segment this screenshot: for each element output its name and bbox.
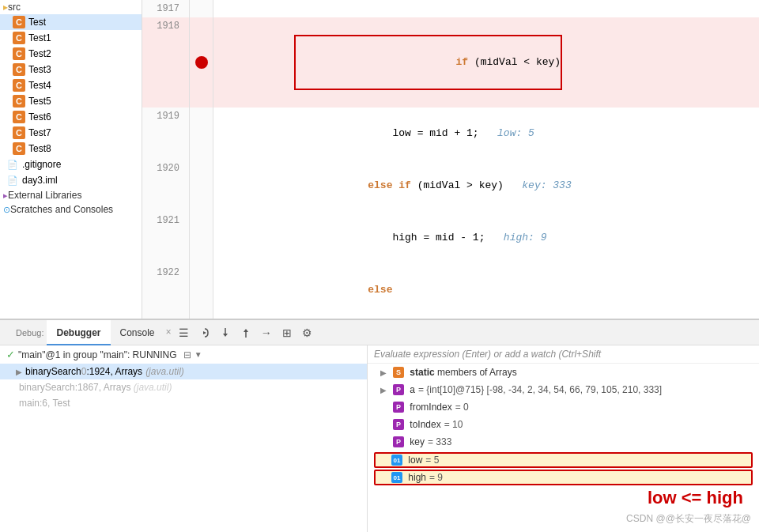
sidebar-item-test6[interactable]: C Test6 [0, 109, 142, 125]
frame-item-0[interactable]: ▶ binarySearch0:1924, Arrays (java.util) [0, 364, 367, 379]
var-item-static[interactable]: ▶ S static members of Arrays [368, 364, 759, 381]
var-item-key[interactable]: ▶ P key = 333 [368, 433, 759, 451]
sidebar-item-test8[interactable]: C Test8 [0, 141, 142, 157]
debug-toolbar: ☰ → ⊞ ⚙ [175, 323, 317, 342]
settings-button[interactable]: ⚙ [298, 323, 317, 342]
sidebar-label-scratches: Scratches and Consoles [10, 204, 113, 215]
var-icon-01-low: 01 [391, 455, 402, 466]
debug-tabs-bar: Debug: Debugger Console × ☰ → ⊞ ⚙ [0, 320, 759, 345]
sidebar-label-test8: Test8 [28, 143, 51, 154]
csdn-watermark: CSDN @@长安一夜尽落花@ [626, 512, 751, 526]
eval-placeholder: Evaluate expression (Enter) or add a wat… [374, 349, 601, 360]
sidebar-label-test4: Test4 [28, 80, 51, 91]
sidebar-label-test5: Test5 [28, 96, 51, 107]
run-cursor-button[interactable]: → [257, 323, 276, 342]
code-line-1919: 1919 low = mid + 1; low: 5 [142, 108, 759, 160]
tab-debugger[interactable]: Debugger [47, 320, 110, 345]
sidebar-label-test6: Test6 [28, 111, 51, 123]
breakpoint-icon-1918[interactable] [195, 56, 208, 69]
frame-arrow-0: ▶ [16, 368, 22, 376]
restore-button[interactable]: ☰ [175, 323, 194, 342]
filter-icon[interactable]: ⊟ [183, 349, 191, 360]
sidebar-label-test2: Test2 [28, 48, 51, 59]
sidebar-item-iml[interactable]: 📄 day3.iml [0, 172, 142, 188]
class-icon-test5: C [13, 95, 25, 108]
var-icon-01-high: 01 [391, 472, 402, 483]
sidebar-label-gitignore: .gitignore [22, 159, 61, 170]
debug-content: ✓ "main"@1 in group "main": RUNNING ⊟ ▼ … [0, 345, 759, 532]
sidebar-item-src[interactable]: ▸ src [0, 0, 142, 14]
var-item-fromindex[interactable]: ▶ P fromIndex = 0 [368, 398, 759, 416]
code-area: 1917 1918 if (midVal < key) [142, 0, 759, 319]
eval-bar[interactable]: Evaluate expression (Enter) or add a wat… [368, 345, 759, 364]
code-line-1922: 1922 else [142, 264, 759, 316]
frame-label-2: main:6, Test [19, 398, 70, 409]
code-line-1918: 1918 if (midVal < key) [142, 17, 759, 108]
svg-marker-0 [203, 331, 206, 334]
sidebar-label-ext: External Libraries [8, 190, 81, 201]
sidebar-item-test1[interactable]: C Test1 [0, 30, 142, 46]
class-icon-test2: C [13, 47, 25, 60]
expand-icon-a[interactable]: ▶ [380, 386, 390, 394]
var-item-a[interactable]: ▶ P a = {int[10]@715} [-98, -34, 2, 34, … [368, 381, 759, 398]
sidebar-item-ext-libraries[interactable]: ▸ External Libraries [0, 188, 142, 202]
step-out-button[interactable] [236, 323, 255, 342]
var-icon-p-toindex: P [393, 419, 404, 430]
step-into-button[interactable] [216, 323, 235, 342]
class-icon-test1: C [13, 32, 25, 44]
sidebar-item-test[interactable]: C Test [0, 14, 142, 30]
expand-icon-static[interactable]: ▶ [380, 368, 390, 377]
sidebar-label-test1: Test1 [28, 32, 51, 43]
frame-item-2[interactable]: main:6, Test [0, 395, 367, 411]
class-icon-test: C [13, 16, 25, 28]
step-over-button[interactable] [195, 323, 214, 342]
sidebar-item-test4[interactable]: C Test4 [0, 77, 142, 93]
sidebar-label-iml: day3.iml [22, 175, 58, 186]
frame-label-0: binarySearch0:1924, Arrays [25, 366, 142, 377]
var-item-high-highlighted[interactable]: ▶ 01 high = 9 [374, 470, 753, 485]
sidebar-item-test3[interactable]: C Test3 [0, 62, 142, 77]
thread-item: ✓ "main"@1 in group "main": RUNNING ⊟ ▼ [0, 345, 367, 364]
var-name-low: low [406, 455, 422, 466]
var-icon-p-fromindex: P [393, 402, 404, 413]
sidebar-label-test3: Test3 [28, 64, 51, 75]
code-line-1920: 1920 else if (midVal > key) key: 333 [142, 160, 759, 212]
var-name-fromindex: fromIndex [407, 402, 452, 413]
dropdown-icon[interactable]: ▼ [194, 350, 202, 359]
class-icon-test7: C [13, 126, 25, 139]
var-icon-p-a: P [393, 384, 404, 395]
frame-item-1[interactable]: binarySearch:1867, Arrays (java.util) [0, 379, 367, 395]
var-name-high: high [406, 472, 426, 483]
code-lines: 1917 1918 if (midVal < key) [142, 0, 759, 319]
file-tree: ▸ src C Test C Test1 C Test2 C Test3 C T… [0, 0, 142, 319]
class-icon-test6: C [13, 111, 25, 123]
var-icon-s: S [393, 367, 404, 378]
sidebar-label-test7: Test7 [28, 127, 51, 138]
sidebar-item-gitignore[interactable]: 📄 .gitignore [0, 157, 142, 172]
code-line-1923: 1923 return mid; // key found [142, 316, 759, 319]
var-item-toindex[interactable]: ▶ P toIndex = 10 [368, 416, 759, 433]
var-icon-p-key: P [393, 436, 404, 447]
code-editor: 1917 1918 if (midVal < key) [142, 0, 759, 319]
code-line-1921: 1921 high = mid - 1; high: 9 [142, 212, 759, 264]
thread-check-icon: ✓ [6, 349, 15, 360]
class-icon-test4: C [13, 79, 25, 92]
class-icon-test8: C [13, 142, 25, 155]
stack-frames-panel: ✓ "main"@1 in group "main": RUNNING ⊟ ▼ … [0, 345, 368, 532]
file-icon-gitignore: 📄 [6, 158, 19, 171]
sidebar-item-test5[interactable]: C Test5 [0, 93, 142, 109]
sidebar-item-test2[interactable]: C Test2 [0, 46, 142, 62]
var-name-a: a [407, 384, 415, 395]
frames-button[interactable]: ⊞ [278, 323, 296, 342]
tab-console[interactable]: Console [111, 320, 164, 345]
var-item-low-highlighted[interactable]: ▶ 01 low = 5 [374, 452, 753, 468]
tab-debug-label: Debug: [6, 320, 47, 345]
svg-marker-2 [223, 334, 228, 337]
sidebar-label-src: src [8, 2, 21, 13]
folder-icon-scratches: ⊙ [3, 205, 10, 215]
sidebar-item-test7[interactable]: C Test7 [0, 125, 142, 141]
frame-label-1: binarySearch:1867, Arrays (java.util) [19, 382, 172, 393]
tab-close-icon[interactable]: × [166, 327, 172, 338]
debug-panel: Debug: Debugger Console × ☰ → ⊞ ⚙ [0, 319, 759, 532]
sidebar-item-scratches[interactable]: ⊙ Scratches and Consoles [0, 202, 142, 217]
